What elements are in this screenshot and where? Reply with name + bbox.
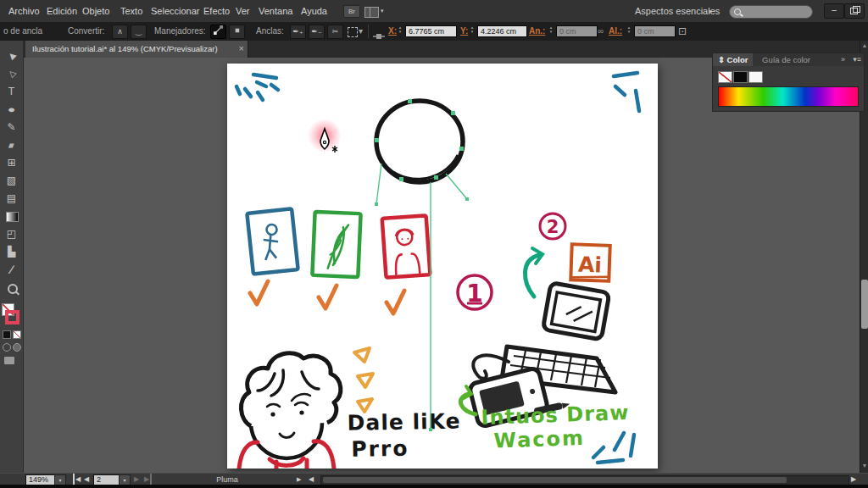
black-swatch[interactable] <box>733 71 748 83</box>
menu-ver[interactable]: Ver <box>236 0 250 22</box>
panel-menu-icon[interactable]: ▾≡ <box>853 53 861 66</box>
menu-efecto[interactable]: Efecto <box>203 0 230 22</box>
menu-ayuda[interactable]: Ayuda <box>301 0 327 22</box>
status-popup-icon[interactable]: ▶ <box>297 474 301 485</box>
menu-seleccionar[interactable]: Seleccionar <box>151 0 199 22</box>
tab-guia-de-color[interactable]: Guía de color <box>757 53 815 66</box>
red-frame-portrait[interactable] <box>382 215 431 277</box>
x-stepper[interactable]: ▴▾ <box>397 25 403 36</box>
zoom-tool[interactable] <box>8 284 18 294</box>
menu-ventana[interactable]: Ventana <box>259 0 292 22</box>
menu-archivo[interactable]: Archivo <box>8 0 40 22</box>
scroll-right-icon[interactable]: ▶ <box>851 474 856 485</box>
height-label[interactable]: Al.: <box>609 22 622 41</box>
show-handles-button[interactable] <box>210 25 226 39</box>
isolate-selection-icon[interactable] <box>348 27 358 37</box>
screen-mode-icon[interactable] <box>4 357 14 364</box>
x-field[interactable]: 6.7765 cm <box>405 25 457 37</box>
workspace-switcher[interactable]: Aspectos esenciales <box>635 0 720 22</box>
draw-behind-mode-icon[interactable] <box>13 343 21 352</box>
tab-color[interactable]: ⇕ Color <box>713 53 753 66</box>
pen-cursor <box>308 119 342 152</box>
width-stepper[interactable]: ▴▾ <box>548 25 554 36</box>
minimize-button[interactable]: – <box>824 3 844 19</box>
orange-triangles[interactable] <box>354 348 373 412</box>
prev-artboard-button[interactable]: ◀ <box>84 474 89 485</box>
x-label[interactable]: X: <box>388 22 397 41</box>
blue-frame-stickman[interactable] <box>247 208 298 274</box>
perspective-grid-tool[interactable]: ▧ <box>0 172 23 190</box>
bridge-icon[interactable]: Br <box>343 5 360 18</box>
width-label[interactable]: An.: <box>529 22 545 41</box>
scroll-up-icon[interactable]: ▲ <box>860 42 868 48</box>
draw-normal-mode-icon[interactable] <box>3 343 11 352</box>
mesh-tool[interactable]: ▤ <box>0 190 23 208</box>
gradient-tool[interactable] <box>6 212 19 222</box>
none-color-icon[interactable] <box>13 330 21 339</box>
sort-icon: ⇕ <box>718 55 725 64</box>
color-spectrum-bar[interactable] <box>718 86 859 107</box>
sparkle-bottom-right[interactable] <box>593 433 634 463</box>
menu-objeto[interactable]: Objeto <box>82 0 109 22</box>
sparkle-top-left[interactable] <box>236 75 278 100</box>
sparkle-top-right[interactable] <box>614 73 639 111</box>
artboard[interactable]: 1 2 Ai <box>227 64 658 469</box>
like-caption-line1: Dale liKe <box>347 409 460 435</box>
height-field[interactable]: 0 cm <box>634 25 676 37</box>
teal-arrow[interactable] <box>525 248 542 297</box>
control-bar: o de ancla Convertir: ∧ ‿ Manejadores: A… <box>0 22 868 42</box>
menu-edicion[interactable]: Edición <box>47 0 77 22</box>
horizontal-scroll-thumb[interactable] <box>323 477 787 483</box>
step-two-badge[interactable]: 2 <box>540 214 565 239</box>
menu-texto[interactable]: Texto <box>120 0 142 22</box>
cut-path-button[interactable]: ✂ <box>327 25 343 39</box>
graph-tool[interactable]: ▙ <box>0 243 23 261</box>
white-swatch[interactable] <box>748 71 763 83</box>
wacom-caption[interactable]: Intuos Draw Wacom <box>481 401 631 453</box>
arrange-documents-icon[interactable] <box>364 7 379 18</box>
selected-circle-path[interactable] <box>375 99 469 431</box>
pasteboard[interactable]: 1 2 Ai <box>24 58 860 473</box>
width-field[interactable]: 0 cm <box>556 25 598 37</box>
like-caption-line2: Prro <box>351 436 409 462</box>
type-tool[interactable]: T <box>0 83 23 101</box>
scroll-left-icon[interactable]: ◀ <box>309 474 314 485</box>
y-field[interactable]: 4.2246 cm <box>477 25 527 37</box>
add-anchor-button[interactable]: ✒₊ <box>290 25 306 39</box>
collapse-panel-icon[interactable]: » <box>841 53 845 66</box>
cartoon-boy-sketch[interactable] <box>239 353 341 469</box>
scroll-down-icon[interactable]: ▼ <box>860 463 868 469</box>
artboard-tool[interactable]: ⊞ <box>0 154 23 172</box>
green-frame-leaf[interactable] <box>312 212 360 277</box>
transform-icon[interactable]: ⊡ <box>678 22 687 41</box>
ai-logo-sketch[interactable]: Ai <box>570 244 610 281</box>
none-swatch[interactable] <box>718 71 732 83</box>
y-label[interactable]: Y: <box>460 22 468 41</box>
stroke-color-swatch[interactable] <box>5 310 19 324</box>
first-artboard-button[interactable]: ◀ <box>73 474 81 485</box>
close-tab-icon[interactable]: × <box>239 41 244 58</box>
vertical-scroll-thumb[interactable] <box>861 280 868 329</box>
restore-button[interactable] <box>844 3 865 19</box>
next-artboard-button[interactable]: ▶ <box>134 474 139 485</box>
like-caption[interactable]: Dale liKe Prro <box>347 409 461 462</box>
remove-anchor-button[interactable]: ✒₋ <box>309 25 325 39</box>
pencil-tool[interactable]: ✎ <box>0 119 23 136</box>
convert-smooth-button[interactable]: ‿ <box>131 25 147 39</box>
hide-handles-button[interactable] <box>229 25 245 39</box>
shape-builder-tool[interactable]: ◰ <box>0 225 23 243</box>
default-colors-icon[interactable] <box>3 330 11 339</box>
document-tab[interactable]: Ilustración tutorial.ai* al 149% (CMYK/P… <box>25 41 248 58</box>
restore-icon <box>850 8 858 14</box>
step-one-badge[interactable]: 1 <box>458 275 492 309</box>
height-stepper[interactable]: ▴▾ <box>626 25 632 36</box>
convert-corner-button[interactable]: ∧ <box>112 25 128 39</box>
last-artboard-button[interactable]: ▶ <box>144 474 152 485</box>
link-dimensions-icon[interactable]: ∞ <box>598 22 604 41</box>
divider <box>368 25 369 38</box>
y-stepper[interactable]: ▴▾ <box>469 25 476 36</box>
checkmarks[interactable] <box>250 281 404 313</box>
paintbrush-tool[interactable]: ∕ <box>0 261 23 279</box>
eraser-tool[interactable]: ■ <box>0 136 26 154</box>
search-input[interactable] <box>729 5 813 19</box>
